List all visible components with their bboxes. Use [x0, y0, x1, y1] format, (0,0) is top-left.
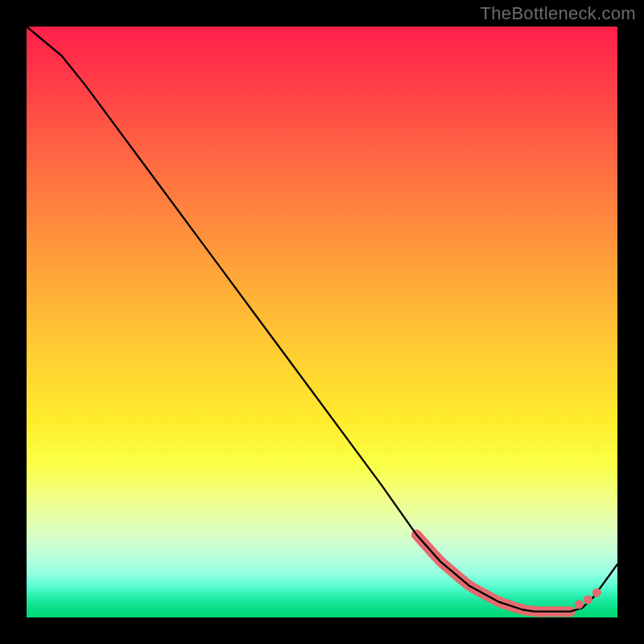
- valley-highlight-band: [416, 535, 570, 612]
- tail-dot: [584, 596, 592, 605]
- plot-area: [27, 27, 617, 617]
- tail-dot: [592, 588, 601, 597]
- tail-dot: [575, 600, 584, 609]
- bottleneck-curve-line: [27, 27, 617, 612]
- watermark-text: TheBottleneck.com: [481, 3, 636, 24]
- curve-svg: [27, 27, 617, 617]
- extra-dots: [575, 588, 601, 609]
- chart-frame: TheBottleneck.com: [0, 0, 644, 644]
